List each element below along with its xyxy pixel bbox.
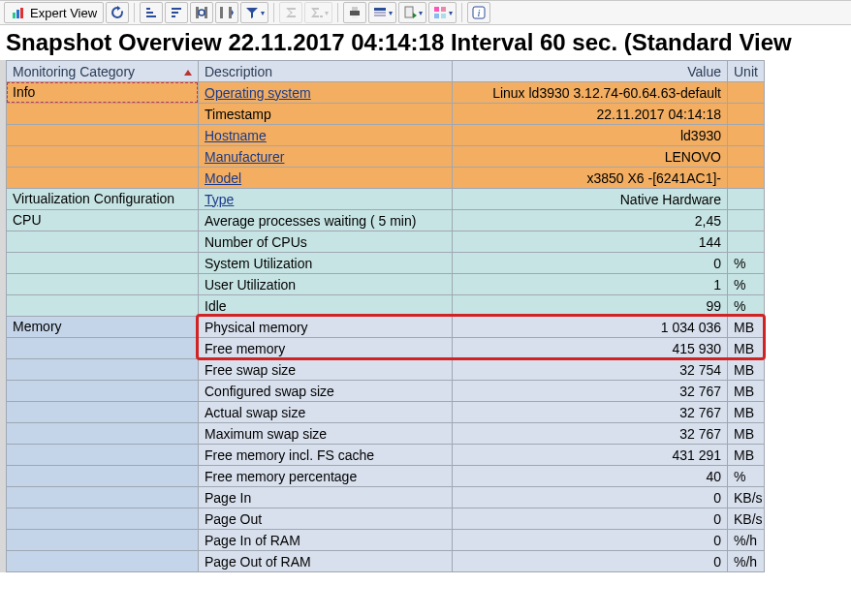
cell-category[interactable]: [7, 445, 199, 466]
cell-category[interactable]: Virtualization Configuration: [7, 189, 199, 210]
cell-category[interactable]: [7, 295, 199, 317]
description-label[interactable]: Type: [205, 192, 234, 207]
cell-unit[interactable]: MB: [728, 359, 765, 381]
find-next-button[interactable]: [215, 2, 238, 23]
col-header-unit[interactable]: Unit: [728, 61, 765, 82]
cell-category[interactable]: [7, 402, 199, 423]
cell-category[interactable]: [7, 508, 199, 530]
sort-desc-button[interactable]: [165, 2, 188, 23]
cell-description[interactable]: Hostname: [199, 125, 453, 146]
cell-description[interactable]: Page In: [199, 487, 453, 508]
cell-value[interactable]: 0: [453, 487, 728, 508]
cell-description[interactable]: Physical memory: [199, 317, 453, 338]
table-row[interactable]: Free memory incl. FS cache431 291MB: [7, 445, 851, 466]
table-row[interactable]: Configured swap size32 767MB: [7, 381, 851, 402]
cell-value[interactable]: 99: [453, 295, 728, 317]
cell-description[interactable]: Average processes waiting ( 5 min): [199, 210, 453, 231]
expert-view-button[interactable]: Expert View: [4, 2, 104, 23]
info-button[interactable]: i: [467, 2, 490, 23]
cell-value[interactable]: 32 767: [453, 381, 728, 402]
cell-value[interactable]: 0: [453, 530, 728, 551]
cell-unit[interactable]: %: [728, 295, 765, 317]
table-row[interactable]: Timestamp22.11.2017 04:14:18: [7, 104, 851, 125]
table-row[interactable]: Free swap size32 754MB: [7, 359, 851, 381]
cell-value[interactable]: 22.11.2017 04:14:18: [453, 104, 728, 125]
total-button[interactable]: [279, 2, 302, 23]
cell-category[interactable]: [7, 381, 199, 402]
cell-value[interactable]: 431 291: [453, 445, 728, 466]
cell-value[interactable]: 1: [453, 274, 728, 295]
find-button[interactable]: [190, 2, 213, 23]
export-button[interactable]: ▾: [398, 2, 426, 23]
cell-description[interactable]: Page Out of RAM: [199, 551, 453, 572]
cell-description[interactable]: Idle: [199, 295, 453, 317]
cell-value[interactable]: 0: [453, 508, 728, 530]
cell-unit[interactable]: MB: [728, 338, 765, 359]
cell-description[interactable]: Timestamp: [199, 104, 453, 125]
table-row[interactable]: Page Out of RAM0%/h: [7, 551, 851, 572]
cell-category[interactable]: [7, 551, 199, 572]
cell-description[interactable]: Free memory incl. FS cache: [199, 445, 453, 466]
cell-description[interactable]: Free memory: [199, 338, 453, 359]
cell-unit[interactable]: %: [728, 253, 765, 274]
cell-category[interactable]: [7, 274, 199, 295]
cell-unit[interactable]: [728, 210, 765, 231]
cell-unit[interactable]: MB: [728, 381, 765, 402]
view-button[interactable]: ▾: [368, 2, 396, 23]
table-row[interactable]: System Utilization0%: [7, 253, 851, 274]
table-row[interactable]: Actual swap size32 767MB: [7, 402, 851, 423]
table-row[interactable]: CPUAverage processes waiting ( 5 min)2,4…: [7, 210, 851, 231]
table-row[interactable]: Free memory415 930MB: [7, 338, 851, 359]
cell-category[interactable]: [7, 338, 199, 359]
cell-unit[interactable]: MB: [728, 423, 765, 445]
cell-description[interactable]: Configured swap size: [199, 381, 453, 402]
cell-unit[interactable]: KB/s: [728, 487, 765, 508]
cell-category[interactable]: [7, 146, 199, 168]
cell-category[interactable]: [7, 104, 199, 125]
cell-unit[interactable]: MB: [728, 317, 765, 338]
cell-unit[interactable]: KB/s: [728, 508, 765, 530]
description-label[interactable]: Hostname: [205, 128, 267, 143]
cell-unit[interactable]: MB: [728, 445, 765, 466]
cell-category[interactable]: [7, 125, 199, 146]
cell-description[interactable]: Number of CPUs: [199, 231, 453, 253]
cell-value[interactable]: ld3930: [453, 125, 728, 146]
cell-unit[interactable]: [728, 104, 765, 125]
print-button[interactable]: [343, 2, 366, 23]
cell-value[interactable]: 1 034 036: [453, 317, 728, 338]
cell-value[interactable]: 0: [453, 551, 728, 572]
cell-category[interactable]: [7, 359, 199, 381]
cell-unit[interactable]: MB: [728, 402, 765, 423]
cell-unit[interactable]: [728, 125, 765, 146]
cell-category[interactable]: [7, 231, 199, 253]
description-label[interactable]: Operating system: [205, 85, 311, 101]
cell-unit[interactable]: [728, 189, 765, 210]
col-header-category[interactable]: Monitoring Category: [7, 61, 199, 82]
cell-value[interactable]: 32 767: [453, 402, 728, 423]
cell-unit[interactable]: %/h: [728, 551, 765, 572]
table-row[interactable]: Virtualization ConfigurationTypeNative H…: [7, 189, 851, 210]
sort-asc-button[interactable]: [140, 2, 163, 23]
cell-description[interactable]: Free swap size: [199, 359, 453, 381]
table-row[interactable]: Page In0KB/s: [7, 487, 851, 508]
description-label[interactable]: Model: [205, 170, 241, 186]
col-header-value[interactable]: Value: [453, 61, 728, 82]
cell-unit[interactable]: [728, 231, 765, 253]
cell-unit[interactable]: %: [728, 466, 765, 487]
col-header-description[interactable]: Description: [199, 61, 453, 82]
cell-category[interactable]: Memory: [7, 317, 199, 338]
cell-category[interactable]: CPU: [7, 210, 199, 231]
table-row[interactable]: User Utilization1%: [7, 274, 851, 295]
cell-value[interactable]: 0: [453, 253, 728, 274]
cell-value[interactable]: 415 930: [453, 338, 728, 359]
filter-button[interactable]: ▾: [240, 2, 268, 23]
table-row[interactable]: MemoryPhysical memory1 034 036MB: [7, 317, 851, 338]
description-label[interactable]: Manufacturer: [205, 149, 284, 165]
table-row[interactable]: Number of CPUs144: [7, 231, 851, 253]
cell-value[interactable]: 40: [453, 466, 728, 487]
cell-unit[interactable]: [728, 146, 765, 168]
cell-description[interactable]: Free memory percentage: [199, 466, 453, 487]
cell-value[interactable]: Linux ld3930 3.12.74-60.64.63-default: [453, 82, 728, 104]
table-row[interactable]: Maximum swap size32 767MB: [7, 423, 851, 445]
cell-value[interactable]: 2,45: [453, 210, 728, 231]
